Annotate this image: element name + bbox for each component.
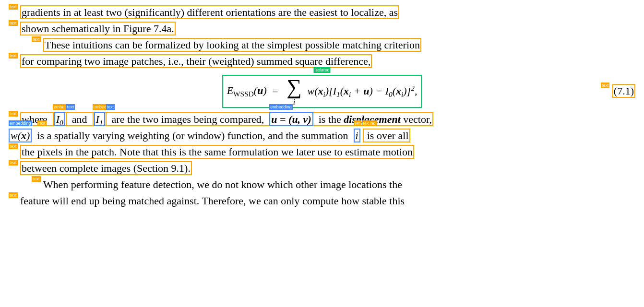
i-container: em text ind i	[354, 128, 360, 143]
eq-equals: =	[270, 83, 281, 99]
text-tag-2: text	[9, 20, 18, 26]
embed-tag-wx: embedding	[9, 120, 32, 126]
I1-container: embed text I1	[93, 112, 107, 127]
equation-line: isolated EWSSD(u) = ∑ i w(xi)[I1(xi	[9, 75, 635, 108]
embed-tag-I1a: embed	[93, 104, 108, 110]
text-tag-8: text	[9, 160, 18, 165]
line6-is-over-all: is over all	[363, 129, 410, 142]
line3-text: These intuitions can be formalized by lo…	[45, 39, 420, 51]
line10-text: feature will end up being matched agains…	[20, 195, 405, 207]
I1-embed-inner: I1	[94, 112, 105, 126]
line2-wrapper: text shown schematically in Figure 7.4a.	[9, 21, 635, 36]
ind-tag-i: ind	[369, 120, 377, 126]
line7-wrapper: text the pixels in the patch. Note that …	[9, 144, 635, 160]
embed-tag-I0a: embed	[53, 104, 68, 110]
I0-container: embed text I0	[53, 112, 67, 127]
eq-sigma-sub: i	[293, 98, 295, 106]
equation-content: EWSSD(u) = ∑ i w(xi)[I1(xi + u) − I0(xi)…	[227, 77, 417, 106]
line2-box: shown schematically in Figure 7.4a.	[20, 22, 176, 35]
line3-wrapper: text These intuitions can be formalized …	[9, 37, 635, 53]
I0-embed-inner: I0	[54, 112, 65, 126]
eq-sigma: ∑ i	[286, 77, 301, 106]
eq-lhs: EWSSD(u)	[227, 83, 267, 100]
line4-text: for comparing two image patches, i.e., t…	[22, 55, 370, 67]
line1-box: gradients in at least two (significantly…	[20, 5, 399, 19]
text-tag-I0: text	[66, 104, 75, 110]
line8-text: between complete images (Section 9.1).	[22, 162, 191, 174]
line10-wrapper: text feature will end up being matched a…	[9, 193, 635, 209]
isolated-tag: isolated	[313, 67, 330, 73]
I0-embed-outer: I0	[53, 112, 67, 126]
text-tag-7: text	[9, 143, 18, 149]
text-tag-5: text	[9, 111, 18, 117]
line6-wrapper: embedding text w(x) is a spatially varyi…	[9, 128, 635, 143]
text-tag-4: text	[9, 53, 18, 59]
line9-wrapper: text When performing feature detection, …	[9, 177, 635, 192]
line2-text: shown schematically in Figure 7.4a.	[22, 23, 174, 35]
text-tag-wx: text	[37, 120, 47, 126]
eq-number: text (7.1)	[601, 83, 635, 99]
wx-embed: w(x)	[9, 129, 32, 142]
text-tag-10: text	[9, 192, 18, 198]
page-content: text gradients in at least two (signific…	[9, 5, 635, 209]
line1-wrapper: text gradients in at least two (signific…	[9, 5, 635, 20]
text-tag-9: text	[32, 176, 41, 182]
line5-wrapper: text where embed text I0 and embed text …	[9, 112, 635, 127]
eq-number-box: (7.1)	[612, 84, 635, 98]
equation-box: EWSSD(u) = ∑ i w(xi)[I1(xi + u) − I0(xi)…	[222, 75, 422, 108]
line1-text: gradients in at least two (significantly…	[22, 6, 398, 18]
line3-box: These intuitions can be formalized by lo…	[43, 38, 421, 52]
text-tag-3: text	[32, 36, 41, 42]
embed-tag-u: embedding	[269, 104, 293, 110]
line7-box: the pixels in the patch. Note that this …	[20, 145, 414, 159]
i-embed: i	[354, 129, 360, 142]
text-tag-1: text	[9, 4, 18, 10]
text-tag-I1: text	[106, 104, 115, 110]
wx-container: embedding text w(x)	[9, 128, 32, 143]
line9-text: When performing feature detection, we do…	[43, 178, 402, 190]
u-container: embedding u = (u, v)	[269, 112, 313, 127]
I1-embed-outer: I1	[93, 112, 107, 126]
u-embed: u = (u, v)	[269, 112, 313, 126]
line7-text: the pixels in the patch. Note that this …	[22, 146, 413, 158]
line8-box: between complete images (Section 9.1).	[20, 161, 192, 175]
text-tag-eq: text	[601, 83, 610, 88]
em-tag-i: em	[354, 120, 362, 126]
line8-wrapper: text between complete images (Section 9.…	[9, 161, 635, 176]
eq-rhs: w(xi)[I1(xi + u) − I0(xi)]2,	[308, 83, 417, 99]
line4-box: for comparing two image patches, i.e., t…	[20, 54, 372, 68]
